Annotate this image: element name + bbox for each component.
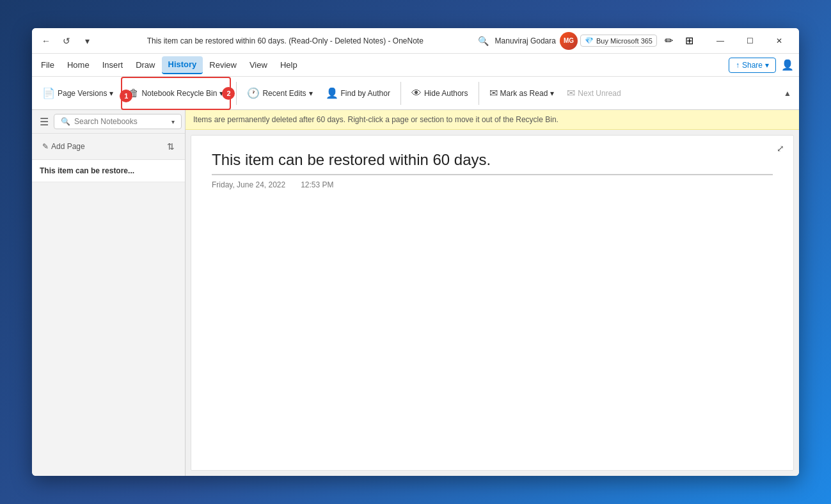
close-button[interactable]: ✕ — [764, 31, 794, 51]
page-versions-button[interactable]: 📄 Page Versions ▾ — [37, 79, 118, 107]
menu-history[interactable]: History — [162, 56, 203, 74]
window-title: This item can be restored within 60 days… — [96, 36, 475, 45]
user-name: Manuviraj Godara — [495, 36, 556, 45]
user-info: Manuviraj Godara MG — [495, 32, 578, 50]
sidebar-top-bar: ☰ 🔍 Search Notebooks ▾ — [32, 110, 185, 134]
next-unread-label: Next Unread — [578, 89, 621, 98]
page-list-item[interactable]: This item can be restore... — [32, 160, 185, 182]
note-meta: Friday, June 24, 2022 12:53 PM — [212, 180, 773, 189]
share-button[interactable]: ↑ Share ▾ — [729, 58, 776, 73]
ribbon-divider-3 — [479, 82, 479, 105]
maximize-button[interactable]: ☐ — [735, 31, 764, 51]
page-list: This item can be restore... — [32, 160, 185, 476]
menu-insert[interactable]: Insert — [96, 56, 130, 74]
note-canvas: ⤢ This item can be restored within 60 da… — [191, 135, 794, 471]
notebook-recycle-highlighted: 1 🗑 Notebook Recycle Bin ▾ 2 — [121, 77, 231, 110]
content-area: ☰ 🔍 Search Notebooks ▾ ✎ Add Page ⇅ This… — [32, 110, 799, 476]
recent-edits-arrow: ▾ — [309, 89, 313, 98]
find-by-author-button[interactable]: 👤 Find by Author — [321, 79, 395, 107]
recent-edits-button[interactable]: 🕐 Recent Edits ▾ — [242, 79, 317, 107]
main-content: Items are permanently deleted after 60 d… — [186, 110, 799, 476]
next-unread-button[interactable]: ✉ Next Unread — [562, 79, 626, 107]
page-versions-icon: 📄 — [42, 87, 55, 99]
menu-bar-right: ↑ Share ▾ 👤 — [729, 56, 796, 74]
menu-file[interactable]: File — [35, 56, 61, 74]
minimize-button[interactable]: — — [706, 31, 735, 51]
mark-as-read-label: Mark as Read — [500, 89, 548, 98]
find-author-icon: 👤 — [326, 87, 338, 99]
dropdown-button[interactable]: ▾ — [78, 32, 96, 50]
share-dropdown-icon: ▾ — [765, 61, 769, 70]
avatar[interactable]: MG — [560, 32, 578, 50]
mark-as-read-button[interactable]: ✉ Mark as Read ▾ — [484, 79, 560, 107]
menu-bar: File Home Insert Draw History Review Vie… — [32, 54, 799, 77]
title-bar-nav: ← ↺ ▾ — [37, 32, 96, 50]
share-icon: ↑ — [736, 61, 740, 70]
title-bar-right: 🔍 Manuviraj Godara MG 💎 Buy Microsoft 36… — [475, 31, 794, 51]
ribbon-collapse-button[interactable]: ▲ — [781, 87, 794, 100]
recent-edits-label: Recent Edits — [262, 89, 306, 98]
menu-help[interactable]: Help — [274, 56, 304, 74]
search-notebooks-bar[interactable]: 🔍 Search Notebooks ▾ — [54, 114, 182, 129]
find-by-author-label: Find by Author — [341, 89, 390, 98]
recent-edits-icon: 🕐 — [247, 87, 260, 99]
page-versions-arrow: ▾ — [109, 89, 113, 98]
pen-button[interactable]: ✏ — [660, 32, 677, 50]
title-search-button[interactable]: 🔍 — [475, 32, 493, 50]
add-page-label: Add Page — [51, 142, 85, 151]
hide-authors-icon: 👁 — [411, 88, 422, 99]
sidebar-actions: ✎ Add Page ⇅ — [32, 134, 185, 160]
ms365-label: Buy Microsoft 365 — [596, 37, 653, 45]
back-button[interactable]: ← — [37, 32, 55, 50]
mark-read-icon: ✉ — [489, 87, 498, 99]
ribbon: 📄 Page Versions ▾ 1 🗑 Notebook Recycle B… — [32, 77, 799, 110]
hamburger-button[interactable]: ☰ — [40, 116, 49, 128]
notebook-recycle-label: Notebook Recycle Bin — [141, 89, 217, 98]
share-label: Share — [742, 61, 763, 70]
note-date: Friday, June 24, 2022 — [212, 180, 285, 189]
undo-button[interactable]: ↺ — [58, 32, 75, 50]
menu-review[interactable]: Review — [203, 56, 243, 74]
app-window: ← ↺ ▾ This item can be restored within 6… — [32, 28, 799, 476]
menu-view[interactable]: View — [243, 56, 274, 74]
note-time: 12:53 PM — [301, 180, 333, 189]
sort-button[interactable]: ⇅ — [162, 138, 180, 155]
ms365-button[interactable]: 💎 Buy Microsoft 365 — [580, 35, 657, 47]
mark-read-arrow: ▾ — [550, 89, 554, 98]
layout-button[interactable]: ⊞ — [680, 32, 698, 50]
ribbon-divider-2 — [400, 82, 401, 105]
title-bar: ← ↺ ▾ This item can be restored within 6… — [32, 28, 799, 54]
notification-bar: Items are permanently deleted after 60 d… — [186, 110, 799, 130]
page-versions-label: Page Versions — [58, 89, 107, 98]
search-placeholder: Search Notebooks — [74, 117, 138, 126]
next-unread-icon: ✉ — [567, 87, 575, 99]
add-page-icon: ✎ — [42, 142, 49, 151]
sidebar: ☰ 🔍 Search Notebooks ▾ ✎ Add Page ⇅ This… — [32, 110, 186, 476]
badge-1: 1 — [120, 90, 132, 102]
badge-2: 2 — [222, 87, 235, 100]
hide-authors-button[interactable]: 👁 Hide Authors — [406, 79, 473, 107]
add-page-button[interactable]: ✎ Add Page — [37, 138, 90, 155]
search-icon: 🔍 — [61, 117, 70, 126]
ms365-icon: 💎 — [585, 36, 594, 45]
menu-draw[interactable]: Draw — [129, 56, 161, 74]
ribbon-divider-1 — [236, 82, 237, 105]
note-title: This item can be restored within 60 days… — [212, 151, 773, 175]
notebook-recycle-button[interactable]: 🗑 Notebook Recycle Bin ▾ — [123, 79, 228, 107]
search-dropdown-arrow: ▾ — [171, 118, 175, 125]
hide-authors-label: Hide Authors — [424, 89, 468, 98]
menu-home[interactable]: Home — [61, 56, 96, 74]
window-controls: — ☐ ✕ — [706, 31, 794, 51]
profile-button[interactable]: 👤 — [779, 56, 796, 74]
expand-button[interactable]: ⤢ — [773, 141, 788, 156]
